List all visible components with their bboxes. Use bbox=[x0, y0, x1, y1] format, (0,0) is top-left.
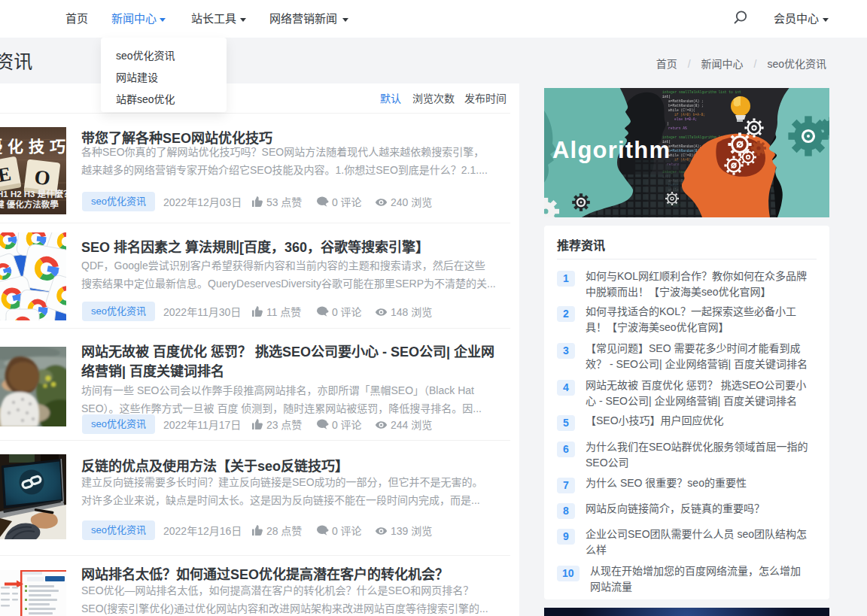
svg-text:O: O bbox=[33, 165, 52, 190]
svg-text:int(: int( bbox=[662, 95, 671, 99]
svg-text:else b=B-A;: else b=B-A; bbox=[674, 117, 697, 121]
svg-text:鍵 優化方法敎學: 鍵 優化方法敎學 bbox=[0, 199, 59, 209]
svg-text:): ) bbox=[667, 122, 669, 126]
svg-text:while (C!=0)(: while (C!=0)( bbox=[668, 108, 695, 112]
svg-text:while (C!=0)(: while (C!=0)( bbox=[668, 153, 695, 157]
svg-text:integer smallTalkAlgorithm lis: integer smallTalkAlgorithm list to int bbox=[662, 90, 741, 94]
svg-text:return A%: return A% bbox=[668, 126, 687, 130]
svg-text:a=MathRandom(A) ;: a=MathRandom(A) ; bbox=[668, 99, 704, 103]
svg-text:優化技巧: 優化技巧 bbox=[0, 138, 66, 155]
svg-text:Algorithm: Algorithm bbox=[552, 137, 671, 163]
svg-text:H1 H2 H3 是什麼？: H1 H2 H3 是什麼？ bbox=[0, 189, 66, 199]
svg-text:b=MathRandom(B) ;: b=MathRandom(B) ; bbox=[668, 104, 704, 108]
svg-text:a=MathRandom(A);: a=MathRandom(A); bbox=[668, 144, 701, 148]
svg-text:if (A>B) b=A-B;: if (A>B) b=A-B; bbox=[674, 113, 705, 117]
